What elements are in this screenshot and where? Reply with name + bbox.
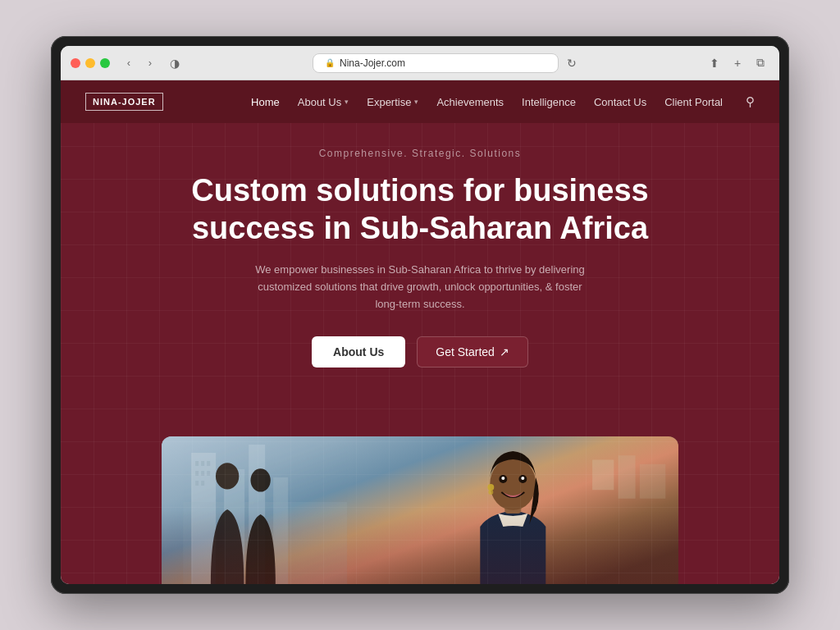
nav-expertise[interactable]: Expertise ▾ <box>367 96 418 108</box>
svg-rect-24 <box>619 455 636 499</box>
svg-point-19 <box>502 477 505 480</box>
nav-contact[interactable]: Contact Us <box>594 96 646 108</box>
left-people-svg <box>187 451 301 584</box>
website-content: NINA-JOJER Home About Us ▾ Expertise ▾ A… <box>61 80 779 584</box>
traffic-lights <box>71 58 110 68</box>
hero-photo <box>61 436 779 584</box>
url-text: Nina-Jojer.com <box>340 57 405 69</box>
svg-point-22 <box>489 490 494 495</box>
tabs-button[interactable]: ⧉ <box>751 54 769 72</box>
back-button[interactable]: ‹ <box>120 54 138 72</box>
browser-toolbar: ‹ › ◑ 🔒 Nina-Jojer.com ↻ ⬆ + ⧉ <box>61 46 779 80</box>
get-started-button[interactable]: Get Started ↗ <box>417 336 528 368</box>
right-abstract-svg <box>575 451 678 555</box>
nav-home[interactable]: Home <box>251 96 280 108</box>
close-button[interactable] <box>71 58 80 68</box>
hero-title: Custom solutions for business success in… <box>190 172 650 247</box>
nav-links: Home About Us ▾ Expertise ▾ Achievements <box>251 94 755 109</box>
browser-right-actions: ⬆ + ⧉ <box>705 54 769 72</box>
site-logo[interactable]: NINA-JOJER <box>85 93 163 111</box>
nav-arrows: ‹ › <box>120 54 159 72</box>
nav-intelligence[interactable]: Intelligence <box>522 96 576 108</box>
hero-description: We empower businesses in Sub-Saharan Afr… <box>248 262 592 313</box>
nav-about[interactable]: About Us ▾ <box>298 96 349 108</box>
site-nav: NINA-JOJER Home About Us ▾ Expertise ▾ A… <box>61 80 779 123</box>
hero-buttons: About Us Get Started ↗ <box>312 336 528 368</box>
forward-button[interactable]: › <box>141 54 159 72</box>
mac-frame: ‹ › ◑ 🔒 Nina-Jojer.com ↻ ⬆ + ⧉ N <box>51 36 789 594</box>
browser-window: ‹ › ◑ 🔒 Nina-Jojer.com ↻ ⬆ + ⧉ N <box>61 46 779 584</box>
svg-point-16 <box>491 458 536 510</box>
svg-rect-23 <box>592 460 614 491</box>
hero-tagline: Comprehensive. Strategic. Solutions <box>319 148 522 159</box>
maximize-button[interactable] <box>100 58 110 68</box>
svg-point-14 <box>251 468 271 491</box>
search-icon[interactable]: ⚲ <box>746 94 755 109</box>
about-chevron-icon: ▾ <box>345 98 349 106</box>
address-bar[interactable]: 🔒 Nina-Jojer.com <box>313 53 559 73</box>
reload-button[interactable]: ↻ <box>567 57 577 70</box>
hero-section: Comprehensive. Strategic. Solutions Cust… <box>61 123 779 436</box>
expertise-chevron-icon: ▾ <box>414 98 418 106</box>
minimize-button[interactable] <box>85 58 95 68</box>
nav-client-portal[interactable]: Client Portal <box>664 96 723 108</box>
main-person-svg <box>441 436 586 584</box>
about-us-button[interactable]: About Us <box>312 336 405 368</box>
new-tab-button[interactable]: + <box>728 54 746 72</box>
address-bar-wrapper: 🔒 Nina-Jojer.com ↻ <box>190 53 699 73</box>
brightness-button[interactable]: ◑ <box>166 54 184 72</box>
photo-inner <box>162 436 679 584</box>
lock-icon: 🔒 <box>325 58 335 67</box>
svg-point-20 <box>522 477 525 480</box>
svg-point-21 <box>488 484 495 491</box>
nav-achievements[interactable]: Achievements <box>436 96 504 108</box>
arrow-icon: ↗ <box>500 345 509 358</box>
share-button[interactable]: ⬆ <box>705 54 724 72</box>
svg-rect-25 <box>640 464 666 499</box>
svg-point-13 <box>216 463 239 489</box>
